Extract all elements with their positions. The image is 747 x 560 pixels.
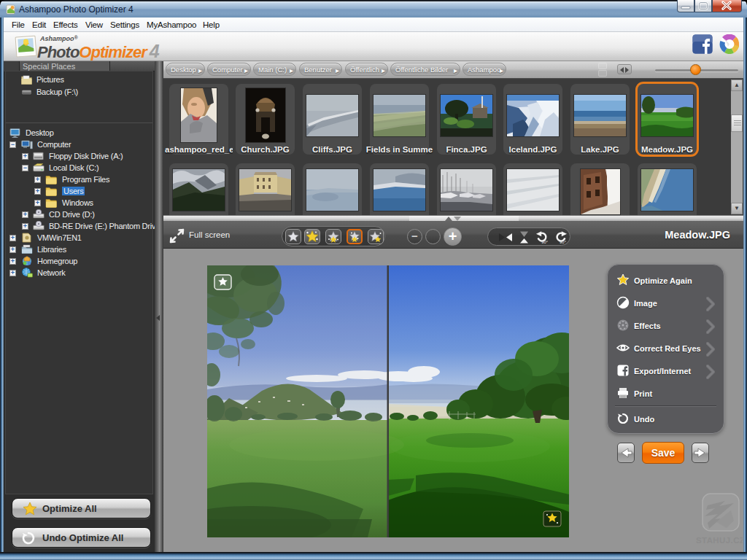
svg-text:90°: 90° xyxy=(560,240,566,244)
svg-text:STAHUJ.CZ: STAHUJ.CZ xyxy=(696,536,743,545)
svg-text:90°: 90° xyxy=(541,240,548,244)
